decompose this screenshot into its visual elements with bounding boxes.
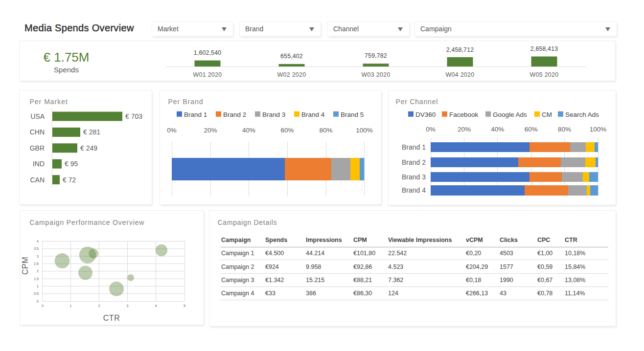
svg-text:CHN: CHN bbox=[30, 128, 45, 136]
svg-text:15.215: 15.215 bbox=[306, 277, 324, 284]
svg-text:10,18%: 10,18% bbox=[565, 250, 585, 257]
svg-text:W04 2020: W04 2020 bbox=[446, 71, 475, 78]
svg-text:€ 95: € 95 bbox=[65, 160, 78, 168]
svg-text:CPC: CPC bbox=[537, 237, 550, 243]
svg-text:€0,18: €0,18 bbox=[466, 277, 481, 284]
svg-text:124: 124 bbox=[388, 290, 398, 297]
svg-text:Brand 2: Brand 2 bbox=[223, 111, 246, 118]
svg-text:Campaign 2: Campaign 2 bbox=[221, 263, 254, 270]
svg-text:CPM: CPM bbox=[353, 237, 367, 243]
svg-text:€4.500: €4.500 bbox=[265, 250, 284, 257]
svg-text:1577: 1577 bbox=[500, 263, 513, 270]
svg-text:Brand 3: Brand 3 bbox=[402, 173, 426, 181]
svg-text:€0,78: €0,78 bbox=[537, 290, 552, 297]
svg-text:Viewable Impressions: Viewable Impressions bbox=[388, 237, 452, 243]
svg-text:40%: 40% bbox=[491, 126, 504, 133]
svg-text:W02 2020: W02 2020 bbox=[277, 71, 306, 78]
svg-text:€0,20: €0,20 bbox=[466, 250, 481, 257]
svg-text:Brand 2: Brand 2 bbox=[402, 158, 426, 166]
svg-text:€ 72: € 72 bbox=[63, 176, 76, 184]
svg-text:2: 2 bbox=[98, 304, 100, 307]
svg-text:W05 2020: W05 2020 bbox=[530, 71, 559, 78]
svg-text:20%: 20% bbox=[458, 126, 471, 133]
svg-text:759,782: 759,782 bbox=[365, 52, 387, 59]
svg-text:4.523: 4.523 bbox=[388, 263, 403, 270]
svg-text:€0,59: €0,59 bbox=[537, 263, 552, 270]
svg-text:USA: USA bbox=[30, 112, 45, 120]
svg-text:€ 703: € 703 bbox=[125, 112, 142, 120]
svg-text:5: 5 bbox=[184, 304, 185, 307]
svg-text:Brand 4: Brand 4 bbox=[402, 186, 426, 194]
svg-text:4: 4 bbox=[155, 304, 157, 307]
svg-text:Campaign 1: Campaign 1 bbox=[221, 250, 254, 257]
svg-text:0: 0 bbox=[37, 300, 39, 303]
svg-text:€ 249: € 249 bbox=[80, 144, 97, 152]
svg-text:IND: IND bbox=[33, 160, 45, 168]
svg-text:€ 281: € 281 bbox=[83, 128, 100, 136]
svg-text:€1,00: €1,00 bbox=[537, 250, 552, 257]
svg-text:80%: 80% bbox=[319, 127, 332, 134]
svg-text:Brand 1: Brand 1 bbox=[402, 143, 426, 151]
svg-text:4: 4 bbox=[37, 240, 39, 243]
svg-text:22.542: 22.542 bbox=[388, 250, 407, 257]
svg-text:Campaign 3: Campaign 3 bbox=[221, 277, 254, 284]
svg-text:CAN: CAN bbox=[30, 176, 45, 184]
svg-text:1: 1 bbox=[70, 304, 72, 307]
svg-text:1990: 1990 bbox=[500, 277, 513, 284]
svg-text:40%: 40% bbox=[242, 127, 255, 134]
svg-text:20%: 20% bbox=[204, 127, 217, 134]
svg-text:2,458,712: 2,458,712 bbox=[446, 46, 474, 53]
svg-text:GBR: GBR bbox=[30, 144, 45, 152]
svg-text:0.5: 0.5 bbox=[34, 292, 39, 295]
svg-text:DV360: DV360 bbox=[415, 111, 436, 118]
svg-text:CM: CM bbox=[542, 111, 552, 118]
svg-text:0%: 0% bbox=[426, 126, 436, 133]
svg-text:100%: 100% bbox=[590, 126, 607, 133]
svg-text:Campaign 4: Campaign 4 bbox=[221, 290, 254, 297]
svg-text:Brand 5: Brand 5 bbox=[341, 111, 364, 118]
svg-text:386: 386 bbox=[306, 290, 316, 297]
svg-text:€92,86: €92,86 bbox=[353, 263, 372, 270]
svg-text:€266,13: €266,13 bbox=[466, 290, 488, 297]
svg-text:vCPM: vCPM bbox=[466, 237, 483, 243]
svg-text:€88,21: €88,21 bbox=[353, 277, 372, 284]
svg-text:7.362: 7.362 bbox=[388, 277, 403, 284]
svg-text:Campaign: Campaign bbox=[221, 237, 251, 243]
svg-text:W03 2020: W03 2020 bbox=[362, 71, 391, 78]
svg-text:€101,80: €101,80 bbox=[353, 250, 375, 257]
svg-text:60%: 60% bbox=[525, 126, 538, 133]
svg-text:2: 2 bbox=[37, 269, 39, 273]
svg-text:11,14%: 11,14% bbox=[565, 290, 585, 297]
svg-text:CTR: CTR bbox=[103, 314, 120, 322]
svg-text:15,84%: 15,84% bbox=[565, 263, 585, 270]
svg-text:Clicks: Clicks bbox=[500, 237, 518, 243]
svg-text:4503: 4503 bbox=[500, 250, 513, 257]
svg-text:Facebook: Facebook bbox=[449, 111, 479, 118]
svg-text:2.5: 2.5 bbox=[34, 262, 39, 265]
svg-text:€0,67: €0,67 bbox=[537, 277, 552, 284]
svg-text:3.5: 3.5 bbox=[34, 247, 39, 250]
svg-text:1: 1 bbox=[37, 285, 39, 288]
svg-text:€33: €33 bbox=[265, 290, 276, 297]
svg-text:3: 3 bbox=[127, 304, 129, 307]
svg-text:100%: 100% bbox=[356, 127, 373, 134]
svg-text:CPM: CPM bbox=[21, 257, 29, 275]
svg-text:€924: €924 bbox=[265, 263, 279, 270]
svg-text:43: 43 bbox=[500, 290, 506, 297]
svg-text:80%: 80% bbox=[558, 126, 571, 133]
svg-text:9.958: 9.958 bbox=[306, 263, 321, 270]
svg-text:W01 2020: W01 2020 bbox=[193, 71, 222, 78]
svg-text:1.5: 1.5 bbox=[34, 277, 39, 281]
svg-text:Spends: Spends bbox=[265, 237, 287, 243]
svg-text:Brand 4: Brand 4 bbox=[301, 111, 325, 118]
svg-text:0: 0 bbox=[42, 304, 44, 307]
svg-text:2,658,413: 2,658,413 bbox=[530, 45, 558, 52]
svg-text:1,602,540: 1,602,540 bbox=[194, 49, 222, 56]
svg-text:Search Ads: Search Ads bbox=[565, 111, 599, 118]
svg-text:3: 3 bbox=[37, 255, 39, 258]
svg-text:Google Ads: Google Ads bbox=[493, 111, 527, 118]
svg-text:0%: 0% bbox=[167, 127, 177, 134]
svg-text:€204,29: €204,29 bbox=[466, 263, 488, 270]
svg-text:Impressions: Impressions bbox=[306, 237, 342, 243]
svg-text:CTR: CTR bbox=[565, 237, 577, 243]
